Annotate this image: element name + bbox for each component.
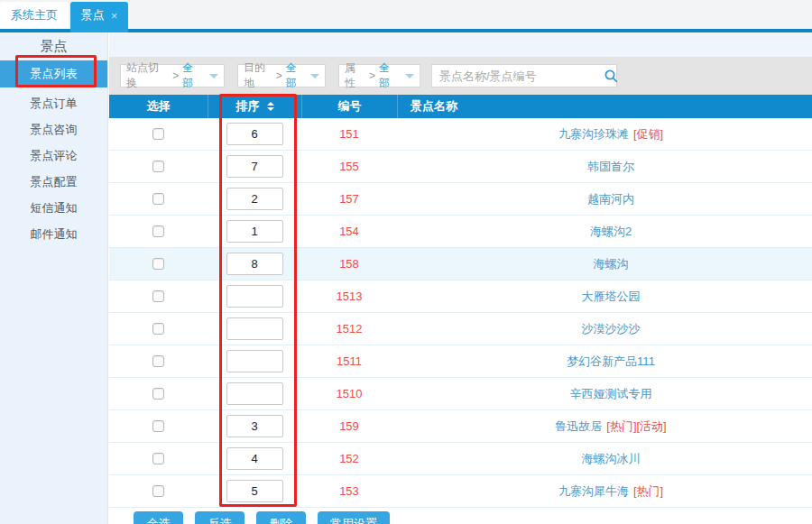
scenic-code: 153	[339, 484, 359, 498]
sort-arrows-icon[interactable]	[267, 102, 274, 111]
dropdown-separator: >	[172, 69, 179, 82]
filter-dropdown[interactable]: 属性>全部	[338, 64, 420, 87]
sort-order-input[interactable]	[226, 155, 283, 178]
sort-cell	[208, 443, 301, 474]
select-cell	[109, 183, 208, 215]
table-row: 155 韩国首尔	[109, 151, 812, 183]
action-button[interactable]: 删除	[256, 511, 306, 524]
row-checkbox[interactable]	[152, 453, 164, 464]
tab-scenic-spots-label: 景点	[81, 7, 105, 23]
sort-cell	[208, 378, 301, 409]
row-checkbox[interactable]	[152, 388, 164, 400]
table-row: 158 海螺沟	[109, 248, 812, 280]
action-button[interactable]: 常用设置	[318, 511, 390, 524]
sort-order-input[interactable]	[226, 123, 283, 145]
scenic-name-link[interactable]: 辛西娅测试专用	[570, 386, 652, 402]
table-row: 159 鲁迅故居 [热门][活动]	[109, 410, 812, 443]
scenic-code: 1512	[337, 322, 363, 336]
dropdown-separator: >	[276, 69, 282, 82]
close-icon[interactable]: ×	[111, 10, 118, 22]
scenic-name-link[interactable]: 沙漠沙沙沙	[582, 321, 641, 337]
sidebar-item[interactable]: 景点订单	[0, 90, 107, 116]
sidebar-item[interactable]: 景点配置	[0, 169, 107, 195]
dropdown-label: 属性	[345, 60, 365, 91]
code-cell: 1512	[301, 313, 397, 345]
select-cell	[109, 313, 208, 345]
name-cell: 海螺沟冰川	[397, 443, 812, 474]
sort-cell	[208, 345, 301, 377]
row-checkbox[interactable]	[152, 225, 164, 237]
sort-order-input[interactable]	[226, 188, 283, 210]
chevron-down-icon	[310, 74, 319, 78]
filter-dropdown[interactable]: 站点切换>全部	[120, 64, 225, 87]
scenic-code: 1510	[337, 387, 363, 400]
sort-order-input[interactable]	[226, 350, 283, 372]
sidebar-menu: 景点订单景点咨询景点评论景点配置短信通知邮件通知	[0, 90, 107, 247]
scenic-name-link[interactable]: 大雁塔公园	[582, 289, 641, 305]
scenic-code: 155	[339, 160, 359, 173]
scenic-name-link[interactable]: 越南河内	[587, 191, 634, 207]
dropdown-label: 目的地	[244, 60, 272, 91]
row-checkbox[interactable]	[152, 355, 164, 367]
row-checkbox[interactable]	[152, 323, 164, 335]
action-button[interactable]: 反选	[195, 511, 245, 524]
code-cell: 1511	[301, 345, 397, 377]
sort-order-input[interactable]	[226, 285, 283, 308]
header-sort[interactable]: 排序	[208, 95, 301, 118]
chevron-down-icon	[405, 74, 414, 78]
row-checkbox[interactable]	[152, 258, 164, 270]
scenic-code: 159	[339, 419, 359, 433]
scenic-code: 157	[339, 192, 359, 206]
action-button[interactable]: 全选	[134, 511, 183, 524]
scenic-name-link[interactable]: 鲁迅故居	[555, 418, 602, 435]
sort-cell	[208, 410, 301, 442]
table-row: 152 海螺沟冰川	[109, 443, 812, 475]
row-checkbox[interactable]	[152, 161, 164, 172]
code-cell: 153	[301, 475, 397, 507]
scenic-name-link[interactable]: 韩国首尔	[587, 159, 634, 175]
search-input[interactable]	[432, 65, 604, 87]
filter-dropdown[interactable]: 目的地>全部	[237, 64, 326, 87]
scenic-name-link[interactable]: 海螺沟冰川	[582, 451, 641, 467]
scenic-name-link[interactable]: 梦幻谷新产品111	[567, 354, 655, 370]
scenic-name-link[interactable]: 海螺沟2	[590, 224, 632, 240]
row-checkbox[interactable]	[152, 485, 164, 497]
sort-order-input[interactable]	[226, 317, 283, 340]
sidebar-item[interactable]: 景点咨询	[0, 116, 107, 142]
search-icon[interactable]	[604, 69, 619, 84]
sort-order-input[interactable]	[226, 220, 283, 243]
sort-order-input[interactable]	[226, 253, 283, 275]
sort-order-input[interactable]	[226, 447, 283, 470]
tab-system-home-label: 系统主页	[11, 7, 58, 23]
scenic-name-link[interactable]: 九寨沟珍珠滩	[558, 126, 629, 142]
table-row: 157 越南河内	[109, 183, 812, 216]
row-checkbox[interactable]	[152, 128, 164, 140]
sort-order-input[interactable]	[226, 382, 283, 405]
name-cell: 九寨沟犀牛海 [热门]	[397, 475, 812, 507]
sort-cell	[208, 118, 301, 150]
sidebar-item[interactable]: 邮件通知	[0, 221, 107, 247]
sidebar-item[interactable]: 短信通知	[0, 195, 107, 221]
sort-cell	[208, 248, 301, 280]
sort-order-input[interactable]	[226, 415, 283, 437]
name-cell: 九寨沟珍珠滩 [促销]	[397, 118, 812, 150]
sort-order-input[interactable]	[226, 480, 283, 502]
row-checkbox[interactable]	[152, 290, 164, 302]
select-cell	[109, 475, 208, 507]
select-cell	[109, 248, 208, 280]
header-name: 景点名称	[397, 95, 812, 118]
tab-system-home[interactable]: 系统主页	[0, 2, 69, 29]
row-checkbox[interactable]	[152, 193, 164, 205]
scenic-code: 152	[339, 452, 359, 465]
sidebar-item-scenic-list[interactable]: 景点列表	[0, 60, 107, 87]
select-cell	[109, 151, 208, 182]
row-checkbox[interactable]	[152, 420, 164, 432]
content-top-strip	[109, 32, 812, 57]
scenic-name-link[interactable]: 九寨沟犀牛海	[558, 483, 629, 500]
chevron-down-icon	[209, 74, 218, 78]
code-cell: 151	[301, 118, 397, 150]
sidebar-item[interactable]: 景点评论	[0, 142, 107, 169]
tab-scenic-spots[interactable]: 景点 ×	[70, 2, 128, 29]
dropdown-value: 全部	[286, 60, 305, 91]
scenic-name-link[interactable]: 海螺沟	[594, 256, 629, 272]
